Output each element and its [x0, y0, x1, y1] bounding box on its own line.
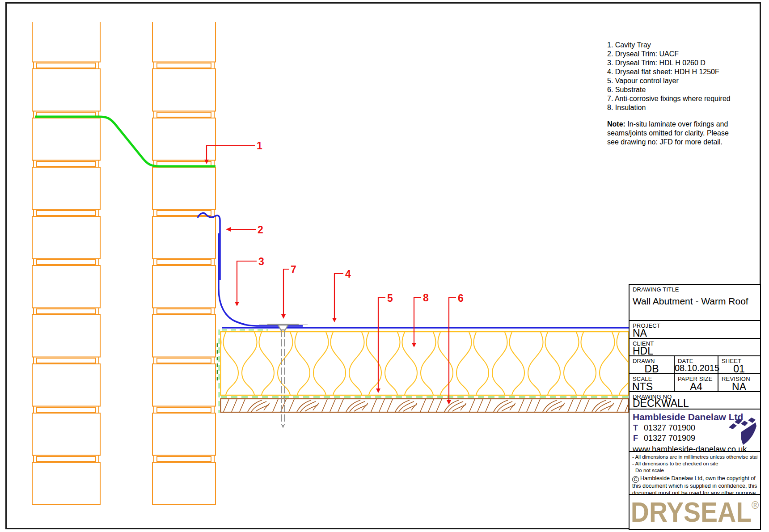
wall-left-brickwork [32, 22, 101, 505]
client-value: HDL [630, 346, 760, 356]
paper-size-cell: PAPER SIZE A4 [675, 374, 718, 391]
paper-size-value: A4 [675, 381, 718, 393]
date-value: 08.10.2015 [675, 363, 718, 373]
note-label: Note: [607, 120, 625, 128]
drawing-no-value: DECKWALL [630, 398, 760, 408]
revision-cell: REVISION NA [718, 374, 760, 391]
company-section: Hambleside Danelaw Ltd T01327 701900 F01… [630, 410, 760, 452]
disclaimer-line: - Do not scale [632, 467, 757, 474]
disclaimer-line: - All dimensions to be checked on site [632, 460, 757, 467]
legend-item: 8. Insulation [607, 103, 746, 112]
drawn-value: DB [630, 363, 674, 375]
dryseal-logo-section: DRYSEAL® [630, 495, 760, 528]
fax-number: 01327 701909 [644, 434, 695, 443]
drawn-date-sheet-row: DRAWN DB DATE 08.10.2015 SHEET 01 [630, 356, 760, 374]
date-cell: DATE 08.10.2015 [675, 356, 718, 373]
sheet-cell: SHEET 01 [718, 356, 760, 373]
legend-item: 6. Substrate [607, 85, 746, 94]
hambleside-logo-icon [729, 416, 756, 445]
callout-8: 8 [423, 292, 429, 304]
wall-right-brickwork [152, 22, 216, 505]
drawing-note: Note: In-situ laminate over fixings and … [607, 120, 741, 147]
legend-item: 7. Anti-corrosive fixings where required [607, 94, 746, 103]
phone-number: 01327 701900 [644, 423, 695, 432]
callout-6: 6 [458, 292, 464, 304]
scale-value: NTS [630, 381, 674, 393]
legend-item: 1. Cavity Tray [607, 41, 746, 50]
callout-1: 1 [257, 140, 262, 152]
phone-label: T [633, 423, 644, 433]
drawing-title: Wall Abutment - Warm Roof [630, 293, 760, 307]
drawing-title-section: DRAWING TITLE Wall Abutment - Warm Roof [630, 285, 760, 321]
legend-item: 4. Dryseal flat sheet: HDH H 1250F [607, 68, 746, 76]
legend-item: 5. Vapour control layer [607, 76, 746, 85]
client-section: CLIENT HDL [630, 339, 760, 356]
project-section: PROJECT NA [630, 321, 760, 339]
drawn-cell: DRAWN DB [630, 356, 675, 373]
legend-item: 2. Dryseal Trim: UACF [607, 50, 746, 59]
scale-paper-revision-row: SCALE NTS PAPER SIZE A4 REVISION NA [630, 374, 760, 392]
dryseal-wordmark: DRYSEAL® [631, 495, 759, 528]
sheet-value: 01 [718, 363, 760, 375]
callout-2: 2 [258, 224, 263, 236]
callout-4: 4 [345, 268, 351, 280]
disclaimer-line: - All dimensions are in millimetres unle… [632, 454, 757, 460]
drawing-no-section: DRAWING NO DECKWALL [630, 392, 760, 410]
drawing-sheet: { "colors": { "brick": "#F7941E", "tray"… [0, 0, 769, 532]
project-value: NA [630, 328, 760, 338]
callout-7: 7 [291, 264, 296, 275]
callout-5: 5 [387, 292, 393, 304]
drawing-title-label: DRAWING TITLE [630, 285, 760, 293]
scale-cell: SCALE NTS [630, 374, 675, 391]
revision-value: NA [718, 381, 760, 393]
callout-3: 3 [258, 256, 264, 267]
fax-label: F [633, 434, 644, 443]
trim-hdl-line [219, 233, 303, 326]
registered-mark: ® [752, 499, 759, 511]
legend: 1. Cavity Tray 2. Dryseal Trim: UACF 3. … [607, 41, 746, 112]
dryseal-logo: DRYSEAL® [630, 495, 760, 528]
legend-item: 3. Dryseal Trim: HDL H 0260 D [607, 59, 746, 68]
copyright-icon: C [632, 476, 639, 483]
disclaimer-section: - All dimensions are in millimetres unle… [630, 452, 760, 495]
title-block: DRAWING TITLE Wall Abutment - Warm Roof … [629, 284, 761, 530]
note-text: In-situ laminate over fixings and seams/… [607, 120, 729, 146]
